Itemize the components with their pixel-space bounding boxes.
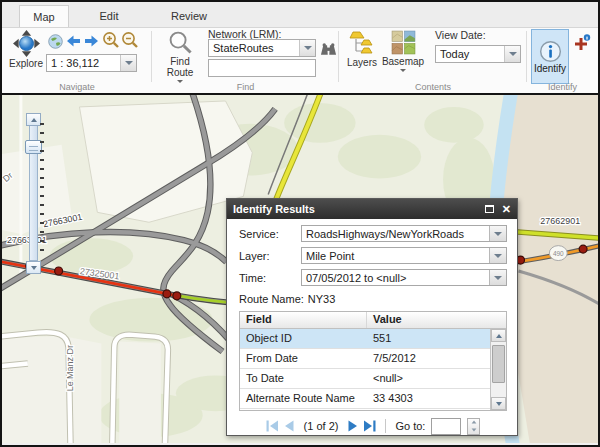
map-scale-value: 1 : 36,112 <box>47 57 120 69</box>
scrollbar-down-button[interactable] <box>491 397 506 410</box>
layers-label: Layers <box>347 57 377 68</box>
next-extent-button[interactable] <box>83 32 101 50</box>
route-name-row: Route Name: NY33 <box>239 291 507 307</box>
service-combobox[interactable]: RoadsHighways/NewYorkRoads <box>301 225 507 242</box>
basemap-label: Basemap <box>382 56 424 67</box>
parcel-polygon <box>119 342 161 443</box>
forward-arrow-icon <box>84 35 100 47</box>
map-scale-dropdown-button[interactable] <box>120 55 136 71</box>
value-cell: 551 <box>367 329 506 348</box>
view-date-dropdown-button[interactable] <box>504 46 520 62</box>
globe-icon <box>48 34 63 49</box>
route-input-combobox[interactable] <box>208 59 316 77</box>
goto-page-input[interactable] <box>431 418 461 435</box>
tab-edit[interactable]: Edit <box>69 5 149 27</box>
layers-button[interactable]: Layers <box>345 30 379 68</box>
full-extent-button[interactable] <box>46 32 64 50</box>
next-page-button[interactable] <box>348 420 358 432</box>
layer-row: Layer: Mile Point <box>239 247 507 264</box>
identify-info-icon <box>539 40 562 63</box>
last-page-button[interactable] <box>364 420 376 432</box>
network-lrm-value: StateRoutes <box>209 42 299 54</box>
service-value: RoadsHighways/NewYorkRoads <box>302 228 489 240</box>
results-table: Field Value Object ID 551 From Date 7/5/… <box>239 311 507 411</box>
time-label: Time: <box>239 272 301 284</box>
tab-review[interactable]: Review <box>149 5 229 27</box>
explore-button[interactable]: Explore <box>7 30 45 69</box>
network-lrm-dropdown-button[interactable] <box>299 40 315 56</box>
zoom-out-magnifier-icon <box>121 31 139 49</box>
field-cell: Object ID <box>240 329 367 348</box>
route-name-label: Route Name: <box>239 293 304 305</box>
chevron-down-icon <box>494 276 502 280</box>
zoom-slider-down-button[interactable] <box>26 261 41 274</box>
field-cell: To Date <box>240 369 367 388</box>
goto-label: Go to: <box>395 420 425 432</box>
back-arrow-icon <box>65 35 81 47</box>
identify-results-dialog: Identify Results ✕ Service: RoadsHighway… <box>226 198 518 436</box>
table-row[interactable]: To Date <null> <box>240 369 506 389</box>
map-scale-combobox[interactable]: 1 : 36,112 <box>46 54 137 72</box>
spinner-down-icon <box>472 428 477 431</box>
identify-button[interactable]: Identify <box>531 29 569 84</box>
scrollbar-up-button[interactable] <box>491 329 506 342</box>
road-label: 27662901 <box>540 216 580 226</box>
chevron-down-icon <box>494 254 502 258</box>
find-binoculars-button[interactable] <box>319 40 337 58</box>
time-combobox[interactable]: 07/05/2012 to <null> <box>301 269 507 286</box>
table-row[interactable]: From Date 7/5/2012 <box>240 349 506 369</box>
app-window: Map Edit Review Explore <box>0 0 600 447</box>
layer-dropdown-button[interactable] <box>489 248 506 263</box>
group-label-navigate: Navigate <box>2 82 152 92</box>
scrollbar-thumb[interactable] <box>492 345 505 383</box>
dialog-title-bar[interactable]: Identify Results ✕ <box>227 199 517 219</box>
group-find: Find Route Network (LRM): StateRoutes <box>152 28 339 93</box>
maximize-button[interactable] <box>485 205 494 213</box>
field-cell: Alternate Route Name <box>240 389 367 408</box>
chevron-down-icon <box>31 266 37 270</box>
layer-label: Layer: <box>239 250 301 262</box>
parcel-polygon <box>2 336 101 443</box>
first-page-button[interactable] <box>266 420 278 432</box>
zoom-out-button[interactable] <box>121 31 139 49</box>
page-indicator: (1 of 2) <box>304 420 339 432</box>
time-dropdown-button[interactable] <box>489 270 506 285</box>
field-cell: From Date <box>240 349 367 368</box>
table-header: Field Value <box>240 312 506 329</box>
layer-combobox[interactable]: Mile Point <box>301 247 507 264</box>
pagination-divider <box>385 419 386 433</box>
group-identify: Identify Identify <box>527 28 598 93</box>
previous-extent-button[interactable] <box>64 32 82 50</box>
explore-label: Explore <box>9 58 43 69</box>
group-label-contents: Contents <box>339 82 527 92</box>
table-row[interactable]: Object ID 551 <box>240 329 506 349</box>
chevron-down-icon <box>304 46 312 50</box>
group-contents: Layers Basemap View Date: Today <box>339 28 527 93</box>
view-date-combobox[interactable]: Today <box>435 45 521 63</box>
zoom-in-button[interactable] <box>102 31 120 49</box>
identify-button-label: Identify <box>534 63 566 74</box>
zoom-slider-up-button[interactable] <box>26 113 41 126</box>
goto-spinner[interactable] <box>467 418 480 435</box>
layer-value: Mile Point <box>302 250 489 262</box>
group-label-find: Find <box>152 82 339 92</box>
route-name-value: NY33 <box>308 293 336 305</box>
zoom-in-magnifier-icon <box>102 31 120 49</box>
network-lrm-combobox[interactable]: StateRoutes <box>208 39 316 57</box>
explore-compass-icon <box>13 30 40 57</box>
previous-page-button[interactable] <box>284 420 294 432</box>
basemap-button[interactable]: Basemap <box>381 30 425 72</box>
table-scrollbar[interactable] <box>490 329 506 410</box>
next-page-icon <box>348 420 358 432</box>
tab-map[interactable]: Map <box>19 5 69 27</box>
close-button[interactable]: ✕ <box>502 204 511 214</box>
street-label: Le Manz Dr <box>65 345 75 391</box>
maximize-icon <box>485 205 494 213</box>
basemap-dropdown-caret <box>400 69 406 72</box>
ribbon: Explore <box>2 28 598 93</box>
identify-route-location-button[interactable] <box>573 34 591 52</box>
chevron-up-icon <box>31 118 37 122</box>
table-row[interactable]: Alternate Route Name 33 4303 <box>240 389 506 409</box>
service-dropdown-button[interactable] <box>489 226 506 241</box>
find-route-button[interactable]: Find Route <box>160 30 200 83</box>
